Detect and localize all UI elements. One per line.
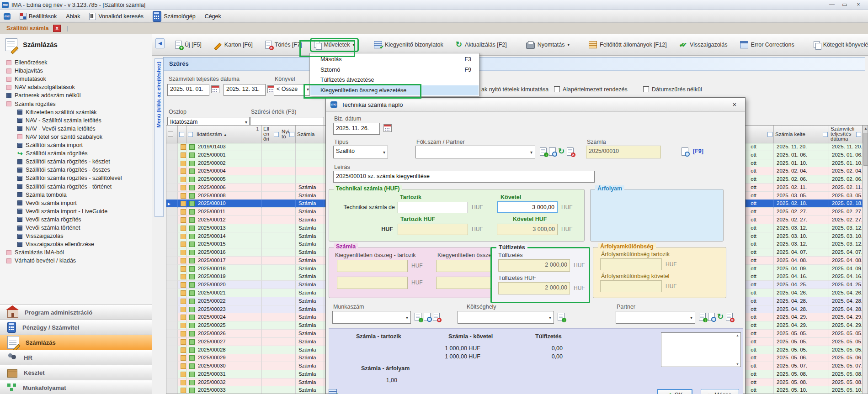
sidebar-item-partnerek-adószám-nélkül[interactable]: Partnerek adószám nélkül bbox=[6, 91, 81, 100]
sidebar-item-visszaigazolás[interactable]: Visszaigazolás bbox=[17, 232, 63, 240]
orange-checkbox-icon[interactable] bbox=[181, 372, 186, 377]
scroll-up-icon[interactable]: ▲ bbox=[863, 126, 868, 132]
koltseghely-select[interactable] bbox=[458, 311, 554, 324]
tartozik-input[interactable] bbox=[398, 202, 468, 213]
checkbox-alapertelmezett-rendezes[interactable]: Alapértelmezett rendezés bbox=[554, 86, 628, 93]
refresh-icon[interactable]: ↻ bbox=[558, 148, 564, 155]
sidebar-item-vevői-számla-történet[interactable]: Vevői számla történet bbox=[17, 224, 80, 232]
fokszam-partner-select[interactable] bbox=[415, 146, 535, 158]
header-szamviteli-datum[interactable]: Számviteli teljesítés dátuma bbox=[829, 126, 863, 143]
add-doc-icon[interactable]: ↓ bbox=[540, 147, 547, 156]
orange-checkbox-icon[interactable] bbox=[181, 168, 186, 174]
maximize-button[interactable]: ▭ bbox=[839, 1, 851, 9]
vertical-scrollbar[interactable]: ▲ bbox=[863, 126, 868, 394]
scrollbar-thumb[interactable] bbox=[863, 133, 868, 166]
green-checkbox-icon[interactable] bbox=[189, 363, 195, 369]
green-checkbox-icon[interactable] bbox=[189, 144, 195, 150]
nav-panel-program-adminisztráció[interactable]: Program adminisztráció bbox=[0, 305, 152, 320]
menu-beállítások[interactable]: Beállítások bbox=[15, 10, 61, 23]
green-checkbox-icon[interactable] bbox=[189, 168, 195, 174]
nav-panel-számlázás[interactable]: Számlázás bbox=[0, 335, 152, 350]
menu-item-másolás[interactable]: MásolásF3 bbox=[310, 54, 479, 64]
collapse-menu-icon[interactable]: ◀ bbox=[155, 38, 165, 48]
orange-checkbox-icon[interactable] bbox=[181, 161, 186, 166]
sidebar-item-hibajavítás[interactable]: Hibajavítás bbox=[6, 67, 43, 75]
orange-checkbox-icon[interactable] bbox=[181, 347, 186, 353]
orange-checkbox-icon[interactable] bbox=[181, 152, 186, 158]
sidebar-item-nav-adatszolgáltatások[interactable]: NAV adatszolgáltatások bbox=[6, 83, 75, 91]
green-checkbox-icon[interactable] bbox=[189, 347, 195, 353]
orange-checkbox-icon[interactable] bbox=[181, 290, 186, 296]
green-checkbox-icon[interactable] bbox=[189, 339, 195, 345]
orange-checkbox-icon[interactable] bbox=[181, 299, 186, 304]
view-doc-icon[interactable] bbox=[549, 147, 556, 156]
nav-panel-készlet[interactable]: Készlet bbox=[0, 365, 152, 380]
dialog-title-bar[interactable]: mc Technikai számla napló × bbox=[326, 98, 745, 112]
menu-hide-strip[interactable]: Menü (klikk az elrejtéshez) bbox=[154, 58, 164, 217]
orange-checkbox-icon[interactable] bbox=[181, 209, 186, 215]
sidebar-item-vevői-számla-import[interactable]: Vevői számla import bbox=[17, 199, 77, 207]
orange-checkbox-icon[interactable] bbox=[181, 388, 186, 393]
delete-doc-icon[interactable]: × bbox=[726, 313, 733, 321]
green-checkbox-icon[interactable] bbox=[189, 152, 195, 158]
új-f5-button[interactable]: +Új [F5] bbox=[172, 39, 204, 51]
nav-panel-hr[interactable]: HR bbox=[0, 350, 152, 365]
refresh-icon[interactable]: ↻ bbox=[717, 313, 724, 320]
orange-checkbox-icon[interactable] bbox=[181, 380, 186, 385]
sidebar-item-szállítói-számla-rögzítés[interactable]: ↪Szállítói számla rögzítés bbox=[17, 149, 88, 158]
sidebar-item-ellenőrzések[interactable]: Ellenőrzések bbox=[6, 58, 48, 67]
green-checkbox-icon[interactable] bbox=[189, 242, 195, 247]
orange-checkbox-icon[interactable] bbox=[181, 339, 186, 345]
header-checkbox-1[interactable] bbox=[178, 126, 186, 143]
sidebar-item-nav-tétel-sor-szintű-szabályok[interactable]: NAV tétel sor szintű szabályok bbox=[17, 133, 102, 141]
delete-doc-icon[interactable]: × bbox=[567, 147, 574, 156]
dialog-close-icon[interactable]: × bbox=[730, 100, 739, 108]
orange-checkbox-icon[interactable] bbox=[181, 331, 186, 336]
sidebar-item-nav-szállítói-számla-letöltés[interactable]: NAV - Szállítói számla letöltés bbox=[17, 116, 101, 125]
sidebar-item-szállítói-számla-import[interactable]: Szállítói számla import bbox=[17, 141, 83, 149]
orange-checkbox-icon[interactable] bbox=[181, 282, 186, 288]
green-checkbox-icon[interactable] bbox=[189, 185, 195, 190]
orange-checkbox-icon[interactable] bbox=[181, 258, 186, 263]
header-ellenorizve[interactable]: Ell en őri zv bbox=[262, 126, 280, 143]
nav-panel-munkafolyamat[interactable]: Munkafolyamat bbox=[0, 380, 152, 394]
header-szamla[interactable]: Számla bbox=[296, 126, 324, 143]
header-szamla-kelte[interactable]: Számla kelte bbox=[774, 126, 829, 143]
sidebar-item-szállítói-számla-rögzítés-készlet[interactable]: Szállítói számla rögzítés - készlet bbox=[17, 158, 110, 166]
biz-datum-input[interactable]: 2025. 11. 26. bbox=[333, 123, 380, 135]
ok-button[interactable]: ✔OK bbox=[657, 389, 692, 394]
green-checkbox-icon[interactable] bbox=[189, 282, 195, 288]
green-checkbox-icon[interactable] bbox=[189, 331, 195, 336]
menu-vonalkód-keresés[interactable]: Vonalkód keresés bbox=[85, 10, 148, 23]
aktualizálás-f2-button[interactable]: ↻Aktualizálás [F2] bbox=[453, 39, 510, 50]
orange-checkbox-icon[interactable] bbox=[181, 274, 186, 279]
sidebar-item-kifizetetlen-szállítói-számlák[interactable]: Kifizetetlen szállítói számlák bbox=[17, 108, 97, 116]
menu-cégek[interactable]: Cégek bbox=[200, 10, 226, 23]
close-button[interactable]: × bbox=[852, 1, 864, 9]
menu-item-kiegyenlítetlen-összeg-elvezetése[interactable]: Kiegyenlítetlen összeg elvezetése bbox=[310, 85, 479, 95]
menu-ablak[interactable]: Ablak bbox=[61, 10, 85, 23]
summary-listbox[interactable]: ▲ ▼ bbox=[661, 332, 741, 367]
műveletek-button[interactable]: Műveletek▾ bbox=[311, 39, 357, 51]
add-doc-icon[interactable]: ↓ bbox=[699, 313, 706, 321]
green-checkbox-icon[interactable] bbox=[189, 226, 195, 231]
scroll-up-icon[interactable]: ▲ bbox=[735, 334, 740, 337]
sidebar-item-várható-bevétel-kiadás[interactable]: Várható bevétel / kiadás bbox=[6, 257, 76, 265]
calendar-icon[interactable] bbox=[211, 85, 219, 93]
green-checkbox-icon[interactable] bbox=[189, 209, 195, 215]
scroll-down-icon[interactable]: ▼ bbox=[735, 362, 740, 366]
delete-doc-icon[interactable]: × bbox=[433, 313, 440, 321]
header-checkbox-2[interactable] bbox=[186, 126, 195, 143]
sidebar-item-számla-rögzítés[interactable]: Számla rögzítés bbox=[6, 100, 56, 108]
green-checkbox-icon[interactable] bbox=[189, 250, 195, 255]
green-checkbox-icon[interactable] bbox=[189, 234, 195, 239]
partner-select[interactable] bbox=[616, 311, 695, 324]
orange-checkbox-icon[interactable] bbox=[181, 355, 186, 361]
header-iktatoszam[interactable]: Iktatószám ▲ 1 bbox=[195, 126, 262, 143]
sidebar-item-vevői-számla-import-liveguide[interactable]: Vevői számla import - LiveGuide bbox=[17, 207, 107, 215]
date-to-input[interactable]: 2025. 12. 31. bbox=[224, 84, 266, 96]
green-checkbox-icon[interactable] bbox=[189, 193, 195, 199]
konyvel-select[interactable]: < Össze bbox=[274, 84, 311, 96]
orange-checkbox-icon[interactable] bbox=[181, 177, 186, 182]
orange-checkbox-icon[interactable] bbox=[181, 201, 186, 206]
